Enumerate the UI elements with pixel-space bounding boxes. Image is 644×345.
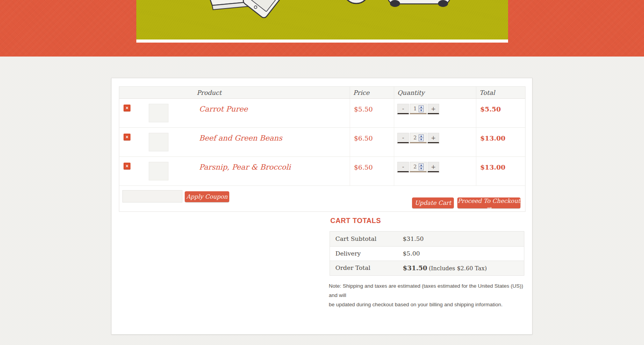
cart-table-header: Product Price Quantity Total <box>119 87 525 99</box>
column-header-quantity: Quantity <box>394 87 476 98</box>
totals-amount: $31.50 <box>403 264 427 272</box>
quantity-stepper: - ▲ ▼ + <box>397 104 476 114</box>
product-name-link[interactable]: Carrot Puree <box>199 105 248 113</box>
quantity-cell: - ▲ ▼ + <box>394 157 476 185</box>
product-cell: × Carrot Puree <box>119 99 350 127</box>
line-total-value: $5.50 <box>476 105 501 113</box>
totals-label: Order Total <box>330 264 403 271</box>
totals-row: Order Total $31.50(Includes $2.60 Tax) <box>330 261 524 275</box>
apply-coupon-button[interactable]: Apply Coupon <box>185 191 229 202</box>
price-value: $5.50 <box>350 105 373 113</box>
price-value: $6.50 <box>350 163 373 171</box>
column-header-total: Total <box>476 87 525 98</box>
spinner-arrows-icon[interactable]: ▲ ▼ <box>419 163 424 170</box>
cart-table-footer: Apply Coupon Update Cart Proceed To Chec… <box>119 186 525 211</box>
totals-amount: $5.00 <box>403 250 420 257</box>
remove-item-button[interactable]: × <box>124 163 131 170</box>
price-value: $6.50 <box>350 134 373 142</box>
quantity-increase-button[interactable]: + <box>428 133 439 143</box>
spinner-down-icon[interactable]: ▼ <box>419 167 423 170</box>
hero-banner <box>136 0 508 43</box>
total-cell: $13.00 <box>476 128 525 156</box>
quantity-stepper: - ▲ ▼ + <box>397 133 476 143</box>
cart-item-row: × Parsnip, Pear & Broccoli $6.50 - ▲ ▼ + <box>119 157 525 186</box>
total-cell: $5.50 <box>476 99 525 127</box>
quantity-decrease-button[interactable]: - <box>397 104 409 114</box>
price-cell: $6.50 <box>350 157 394 185</box>
car-icon <box>388 0 450 7</box>
banner-illustrations <box>136 0 508 39</box>
spinner-down-icon[interactable]: ▼ <box>419 109 423 112</box>
spinner-down-icon[interactable]: ▼ <box>419 138 423 141</box>
remove-item-button[interactable]: × <box>124 105 131 112</box>
spinner-up-icon[interactable]: ▲ <box>419 106 423 109</box>
product-cell: × Parsnip, Pear & Broccoli <box>119 157 350 185</box>
product-image[interactable] <box>149 162 168 180</box>
total-cell: $13.00 <box>476 157 525 185</box>
quantity-decrease-button[interactable]: - <box>397 133 409 143</box>
totals-amount: $31.50 <box>403 235 424 242</box>
quantity-increase-button[interactable]: + <box>428 104 439 114</box>
totals-label: Delivery <box>330 250 403 257</box>
quantity-input-box: ▲ ▼ <box>410 162 427 172</box>
totals-value: $31.50 <box>403 235 524 242</box>
quantity-input-box: ▲ ▼ <box>410 104 427 114</box>
product-image[interactable] <box>149 104 168 122</box>
product-cell: × Beef and Green Beans <box>119 128 350 156</box>
tablet-icon <box>242 0 293 19</box>
totals-suffix: (Includes $2.60 Tax) <box>429 265 487 271</box>
cart-item-row: × Beef and Green Beans $6.50 - ▲ ▼ + $13 <box>119 128 525 157</box>
quantity-input[interactable] <box>413 135 417 141</box>
note-line: Note: Shipping and taxes are estimated (… <box>329 281 530 300</box>
cart-table: Product Price Quantity Total × Carrot Pu… <box>119 86 526 212</box>
cart-totals-table: Cart Subtotal $31.50 Delivery $5.00 Orde… <box>330 231 524 276</box>
note-line: be updated during checkout based on your… <box>329 300 530 309</box>
spinner-up-icon[interactable]: ▲ <box>419 135 423 138</box>
spinner-up-icon[interactable]: ▲ <box>419 164 423 167</box>
line-total-value: $13.00 <box>476 163 505 171</box>
proceed-to-checkout-button[interactable]: Proceed To Checkout → <box>457 197 520 208</box>
shipping-tax-note: Note: Shipping and taxes are estimated (… <box>329 281 530 309</box>
remove-item-button[interactable]: × <box>124 134 131 141</box>
spinner-arrows-icon[interactable]: ▲ ▼ <box>419 134 424 141</box>
column-header-product: Product <box>119 87 350 98</box>
quantity-cell: - ▲ ▼ + <box>394 128 476 156</box>
quantity-input[interactable] <box>413 106 417 112</box>
quantity-increase-button[interactable]: + <box>428 162 439 172</box>
cart-item-row: × Carrot Puree $5.50 - ▲ ▼ + $5.50 <box>119 99 525 128</box>
ring-icon <box>343 0 369 3</box>
cart-rows: × Carrot Puree $5.50 - ▲ ▼ + $5.50 <box>119 99 525 186</box>
cart-page-card: Product Price Quantity Total × Carrot Pu… <box>111 78 532 335</box>
totals-row: Cart Subtotal $31.50 <box>330 232 524 246</box>
line-total-value: $13.00 <box>476 134 505 142</box>
cart-totals-heading: CART TOTALS <box>330 217 381 225</box>
price-cell: $5.50 <box>350 99 394 127</box>
totals-value: $5.00 <box>403 250 524 257</box>
quantity-cell: - ▲ ▼ + <box>394 99 476 127</box>
product-image[interactable] <box>149 133 168 151</box>
quantity-input-box: ▲ ▼ <box>410 133 427 143</box>
product-name-link[interactable]: Beef and Green Beans <box>199 134 282 142</box>
hero-banner-illustration <box>136 0 508 39</box>
totals-row: Delivery $5.00 <box>330 246 524 261</box>
product-name-link[interactable]: Parsnip, Pear & Broccoli <box>199 163 291 171</box>
totals-label: Cart Subtotal <box>330 235 403 242</box>
price-cell: $6.50 <box>350 128 394 156</box>
update-cart-button[interactable]: Update Cart <box>412 197 454 208</box>
quantity-decrease-button[interactable]: - <box>397 162 409 172</box>
totals-value: $31.50(Includes $2.60 Tax) <box>403 264 524 272</box>
top-banner-band <box>0 0 644 57</box>
quantity-stepper: - ▲ ▼ + <box>397 162 476 172</box>
quantity-input[interactable] <box>413 164 417 170</box>
spinner-arrows-icon[interactable]: ▲ ▼ <box>419 105 424 112</box>
coupon-code-input[interactable] <box>122 190 182 203</box>
column-header-product-price: Price <box>350 87 394 98</box>
